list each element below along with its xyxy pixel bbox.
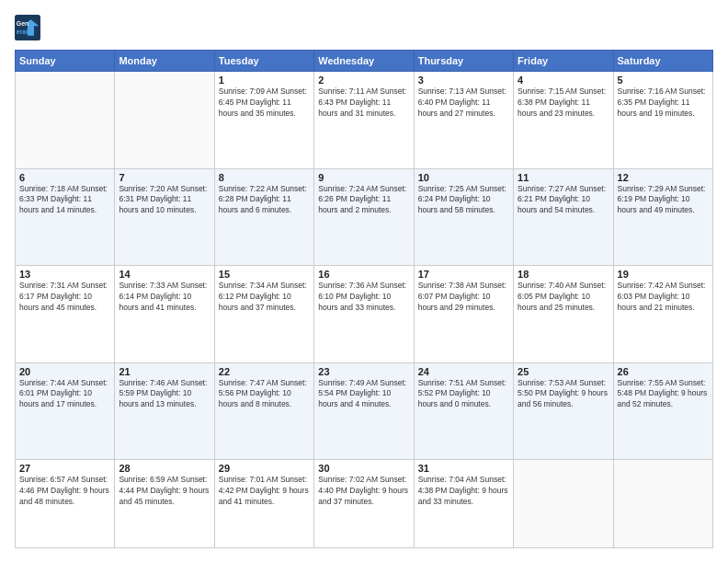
day-number: 28: [119, 463, 210, 474]
day-info: Sunrise: 7:24 AM Sunset: 6:26 PM Dayligh…: [318, 184, 409, 217]
weekday-header: Friday: [514, 51, 613, 72]
calendar-cell: 1Sunrise: 7:09 AM Sunset: 6:45 PM Daylig…: [214, 72, 313, 169]
calendar-cell: 9Sunrise: 7:24 AM Sunset: 6:26 PM Daylig…: [314, 168, 414, 266]
weekday-header: Wednesday: [314, 51, 414, 72]
day-info: Sunrise: 7:31 AM Sunset: 6:17 PM Dayligh…: [19, 281, 110, 314]
day-info: Sunrise: 7:42 AM Sunset: 6:03 PM Dayligh…: [618, 281, 709, 314]
calendar-table: SundayMondayTuesdayWednesdayThursdayFrid…: [15, 50, 713, 548]
day-number: 15: [219, 269, 310, 280]
weekday-header: Monday: [115, 51, 214, 72]
calendar-cell: 17Sunrise: 7:38 AM Sunset: 6:07 PM Dayli…: [414, 266, 513, 363]
day-number: 30: [318, 463, 409, 474]
calendar-cell: 28Sunrise: 6:59 AM Sunset: 4:44 PM Dayli…: [115, 460, 214, 548]
calendar-cell: 20Sunrise: 7:44 AM Sunset: 6:01 PM Dayli…: [16, 362, 115, 460]
day-number: 23: [318, 366, 409, 377]
day-info: Sunrise: 7:22 AM Sunset: 6:28 PM Dayligh…: [219, 184, 310, 217]
calendar-cell: [613, 460, 712, 548]
day-number: 17: [418, 269, 509, 280]
day-info: Sunrise: 7:47 AM Sunset: 5:56 PM Dayligh…: [219, 378, 310, 411]
calendar-cell: 26Sunrise: 7:55 AM Sunset: 5:48 PM Dayli…: [613, 362, 712, 460]
calendar-cell: 14Sunrise: 7:33 AM Sunset: 6:14 PM Dayli…: [115, 266, 214, 363]
calendar-cell: 21Sunrise: 7:46 AM Sunset: 5:59 PM Dayli…: [115, 362, 214, 460]
calendar-cell: 15Sunrise: 7:34 AM Sunset: 6:12 PM Dayli…: [214, 266, 313, 363]
calendar-cell: 16Sunrise: 7:36 AM Sunset: 6:10 PM Dayli…: [314, 266, 414, 363]
day-number: 3: [418, 75, 509, 86]
calendar-cell: 25Sunrise: 7:53 AM Sunset: 5:50 PM Dayli…: [514, 362, 613, 460]
day-info: Sunrise: 6:59 AM Sunset: 4:44 PM Dayligh…: [119, 475, 210, 508]
page: Gen eral SundayMondayTuesdayWednesdayThu…: [0, 0, 728, 563]
logo-icon: Gen eral: [15, 15, 40, 40]
day-info: Sunrise: 7:13 AM Sunset: 6:40 PM Dayligh…: [418, 86, 509, 120]
day-info: Sunrise: 7:53 AM Sunset: 5:50 PM Dayligh…: [518, 378, 609, 411]
calendar-cell: 24Sunrise: 7:51 AM Sunset: 5:52 PM Dayli…: [414, 362, 513, 460]
day-number: 26: [618, 366, 709, 377]
day-info: Sunrise: 7:27 AM Sunset: 6:21 PM Dayligh…: [518, 184, 609, 217]
calendar-header-row: SundayMondayTuesdayWednesdayThursdayFrid…: [16, 51, 713, 72]
day-info: Sunrise: 7:46 AM Sunset: 5:59 PM Dayligh…: [119, 378, 210, 411]
calendar-cell: 5Sunrise: 7:16 AM Sunset: 6:35 PM Daylig…: [613, 72, 712, 169]
calendar-cell: 3Sunrise: 7:13 AM Sunset: 6:40 PM Daylig…: [414, 72, 513, 169]
day-info: Sunrise: 7:55 AM Sunset: 5:48 PM Dayligh…: [618, 378, 709, 411]
day-info: Sunrise: 7:38 AM Sunset: 6:07 PM Dayligh…: [418, 281, 509, 314]
svg-text:eral: eral: [17, 29, 28, 35]
calendar-cell: [16, 72, 115, 169]
day-number: 21: [119, 366, 210, 377]
day-number: 6: [19, 172, 110, 183]
day-number: 29: [219, 463, 310, 474]
calendar-week-row: 13Sunrise: 7:31 AM Sunset: 6:17 PM Dayli…: [16, 266, 713, 363]
day-number: 27: [19, 463, 110, 474]
calendar-cell: 30Sunrise: 7:02 AM Sunset: 4:40 PM Dayli…: [314, 460, 414, 548]
day-info: Sunrise: 7:25 AM Sunset: 6:24 PM Dayligh…: [418, 184, 509, 217]
day-number: 20: [19, 366, 110, 377]
weekday-header: Tuesday: [214, 51, 313, 72]
day-info: Sunrise: 7:51 AM Sunset: 5:52 PM Dayligh…: [418, 378, 509, 411]
day-info: Sunrise: 6:57 AM Sunset: 4:46 PM Dayligh…: [19, 475, 110, 508]
day-number: 14: [119, 269, 210, 280]
day-number: 4: [518, 75, 609, 86]
calendar-cell: 7Sunrise: 7:20 AM Sunset: 6:31 PM Daylig…: [115, 168, 214, 266]
calendar-cell: 12Sunrise: 7:29 AM Sunset: 6:19 PM Dayli…: [613, 168, 712, 266]
day-info: Sunrise: 7:18 AM Sunset: 6:33 PM Dayligh…: [19, 184, 110, 217]
calendar-week-row: 20Sunrise: 7:44 AM Sunset: 6:01 PM Dayli…: [16, 362, 713, 460]
day-info: Sunrise: 7:16 AM Sunset: 6:35 PM Dayligh…: [618, 86, 709, 120]
logo: Gen eral: [15, 15, 44, 40]
svg-text:Gen: Gen: [17, 20, 29, 27]
calendar-week-row: 6Sunrise: 7:18 AM Sunset: 6:33 PM Daylig…: [16, 168, 713, 266]
calendar-cell: 10Sunrise: 7:25 AM Sunset: 6:24 PM Dayli…: [414, 168, 513, 266]
day-number: 24: [418, 366, 509, 377]
day-info: Sunrise: 7:02 AM Sunset: 4:40 PM Dayligh…: [318, 475, 409, 508]
calendar-cell: 22Sunrise: 7:47 AM Sunset: 5:56 PM Dayli…: [214, 362, 313, 460]
day-info: Sunrise: 7:40 AM Sunset: 6:05 PM Dayligh…: [518, 281, 609, 314]
weekday-header: Saturday: [613, 51, 712, 72]
calendar-cell: 6Sunrise: 7:18 AM Sunset: 6:33 PM Daylig…: [16, 168, 115, 266]
calendar-cell: 19Sunrise: 7:42 AM Sunset: 6:03 PM Dayli…: [613, 266, 712, 363]
day-info: Sunrise: 7:36 AM Sunset: 6:10 PM Dayligh…: [318, 281, 409, 314]
weekday-header: Thursday: [414, 51, 513, 72]
day-number: 8: [219, 172, 310, 183]
day-number: 12: [618, 172, 709, 183]
day-info: Sunrise: 7:29 AM Sunset: 6:19 PM Dayligh…: [618, 184, 709, 217]
day-info: Sunrise: 7:34 AM Sunset: 6:12 PM Dayligh…: [219, 281, 310, 314]
day-info: Sunrise: 7:49 AM Sunset: 5:54 PM Dayligh…: [318, 378, 409, 411]
day-number: 18: [518, 269, 609, 280]
calendar-cell: 4Sunrise: 7:15 AM Sunset: 6:38 PM Daylig…: [514, 72, 613, 169]
calendar-cell: 8Sunrise: 7:22 AM Sunset: 6:28 PM Daylig…: [214, 168, 313, 266]
day-number: 9: [318, 172, 409, 183]
day-info: Sunrise: 7:20 AM Sunset: 6:31 PM Dayligh…: [119, 184, 210, 217]
day-number: 11: [518, 172, 609, 183]
day-info: Sunrise: 7:44 AM Sunset: 6:01 PM Dayligh…: [19, 378, 110, 411]
calendar-cell: 11Sunrise: 7:27 AM Sunset: 6:21 PM Dayli…: [514, 168, 613, 266]
calendar-cell: 13Sunrise: 7:31 AM Sunset: 6:17 PM Dayli…: [16, 266, 115, 363]
day-number: 1: [219, 75, 310, 86]
day-info: Sunrise: 7:11 AM Sunset: 6:43 PM Dayligh…: [318, 86, 409, 120]
calendar-cell: 18Sunrise: 7:40 AM Sunset: 6:05 PM Dayli…: [514, 266, 613, 363]
calendar-week-row: 27Sunrise: 6:57 AM Sunset: 4:46 PM Dayli…: [16, 460, 713, 548]
day-number: 19: [618, 269, 709, 280]
day-number: 16: [318, 269, 409, 280]
weekday-header: Sunday: [16, 51, 115, 72]
calendar-cell: 23Sunrise: 7:49 AM Sunset: 5:54 PM Dayli…: [314, 362, 414, 460]
calendar-cell: 27Sunrise: 6:57 AM Sunset: 4:46 PM Dayli…: [16, 460, 115, 548]
day-info: Sunrise: 7:04 AM Sunset: 4:38 PM Dayligh…: [418, 475, 509, 508]
day-number: 22: [219, 366, 310, 377]
day-info: Sunrise: 7:09 AM Sunset: 6:45 PM Dayligh…: [219, 86, 310, 120]
